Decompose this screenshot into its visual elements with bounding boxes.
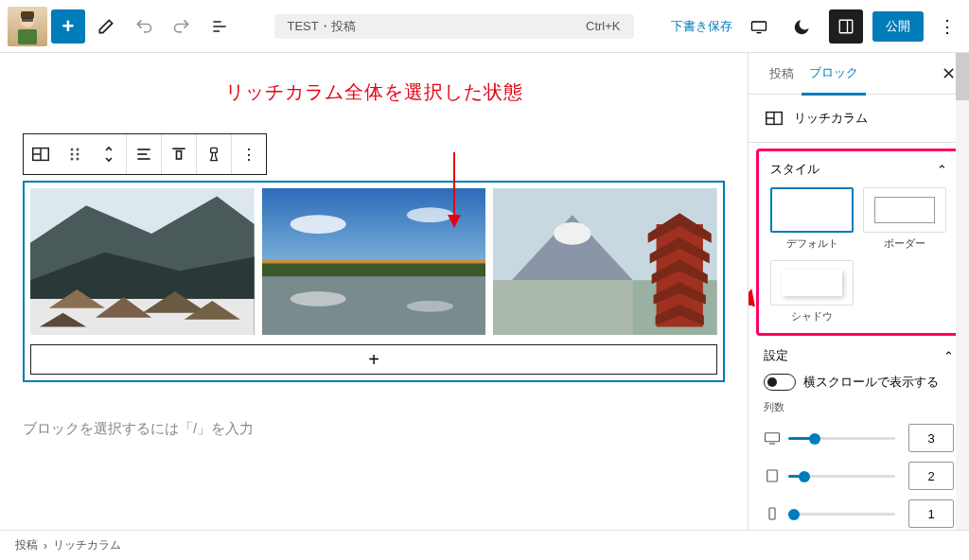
svg-rect-5 (839, 20, 853, 33)
style-label: ボーダー (863, 236, 946, 251)
svg-rect-59 (769, 508, 775, 519)
redo-icon[interactable] (165, 9, 199, 44)
column-image-3[interactable] (493, 188, 717, 335)
valign-top-icon[interactable] (162, 134, 196, 174)
svg-point-15 (77, 153, 79, 156)
svg-point-17 (77, 158, 79, 161)
chevron-up-icon: ⌃ (937, 163, 947, 177)
column-image-2[interactable] (262, 188, 486, 335)
dark-icon[interactable] (785, 9, 819, 44)
tab-post[interactable]: 投稿 (762, 54, 802, 94)
svg-point-44 (554, 222, 590, 245)
page-title: TEST・投稿 (288, 18, 356, 35)
style-label: デフォルト (770, 236, 854, 251)
style-label: シャドウ (770, 309, 854, 324)
move-icon[interactable] (92, 134, 126, 174)
sidebar-toggle-icon[interactable] (829, 9, 863, 44)
scroll-toggle[interactable] (764, 374, 796, 391)
save-draft-button[interactable]: 下書き保存 (671, 18, 732, 35)
svg-rect-4 (752, 22, 766, 30)
breadcrumb-item[interactable]: 投稿 (15, 537, 38, 553)
svg-point-34 (290, 215, 345, 234)
svg-point-12 (71, 149, 74, 151)
block-placeholder[interactable]: ブロックを選択するには「/」を入力 (23, 420, 725, 438)
drag-handle-icon[interactable] (58, 134, 92, 174)
block-type-icon (764, 108, 784, 129)
desktop-icon (764, 431, 781, 445)
breadcrumb: 投稿 › リッチカラム (0, 530, 969, 560)
tablet-value[interactable]: 2 (908, 462, 954, 490)
cols-label: 列数 (764, 400, 954, 414)
mobile-icon (764, 507, 781, 520)
svg-point-40 (290, 291, 345, 306)
svg-point-14 (71, 153, 74, 156)
svg-rect-58 (767, 470, 778, 481)
svg-rect-37 (262, 263, 486, 278)
style-default[interactable] (770, 187, 854, 233)
outline-icon[interactable] (203, 9, 237, 44)
mobile-slider[interactable] (788, 513, 895, 516)
settings-panel-head[interactable]: 設定 ⌃ (764, 347, 954, 364)
desktop-value[interactable]: 3 (908, 424, 954, 452)
annotation-text: リッチカラム全体を選択した状態 (23, 79, 725, 105)
block-name: リッチカラム (794, 110, 868, 127)
svg-point-35 (407, 207, 453, 222)
tablet-slider[interactable] (788, 475, 895, 478)
svg-rect-57 (766, 433, 780, 442)
tablet-icon (764, 469, 781, 482)
more-menu-icon[interactable]: ⋮ (933, 16, 961, 37)
svg-rect-22 (177, 151, 182, 159)
style-panel-head[interactable]: スタイル ⌃ (770, 159, 947, 178)
tab-block[interactable]: ブロック (802, 53, 866, 96)
svg-rect-23 (211, 148, 218, 152)
title-bar[interactable]: TEST・投稿 Ctrl+K (274, 14, 634, 39)
chevron-right-icon: › (44, 539, 47, 552)
block-more-icon[interactable]: ⋮ (232, 134, 266, 174)
add-inner-block-button[interactable]: + (30, 344, 717, 375)
shortcut-hint: Ctrl+K (586, 19, 620, 33)
undo-icon[interactable] (127, 9, 161, 44)
style-border[interactable] (863, 187, 946, 233)
svg-point-16 (71, 158, 74, 161)
style-title: スタイル (770, 161, 819, 178)
settings-title: 設定 (764, 347, 788, 364)
avatar[interactable] (8, 7, 47, 46)
block-toolbar: ⋮ (23, 133, 267, 175)
publish-button[interactable]: 公開 (872, 11, 924, 42)
svg-rect-46 (493, 280, 633, 335)
add-block-button[interactable]: + (51, 9, 85, 44)
edit-icon[interactable] (89, 9, 123, 44)
align-icon[interactable] (127, 134, 161, 174)
scrollbar[interactable] (956, 53, 969, 530)
style-brush-icon[interactable] (197, 134, 231, 174)
breadcrumb-item[interactable]: リッチカラム (53, 537, 121, 553)
column-image-1[interactable] (30, 188, 255, 335)
svg-point-41 (407, 301, 453, 312)
style-panel-highlight: スタイル ⌃ デフォルト ボーダー シャドウ (756, 149, 961, 336)
svg-rect-3 (18, 29, 37, 44)
svg-point-13 (77, 149, 79, 151)
chevron-up-icon: ⌃ (943, 349, 954, 363)
svg-rect-1 (21, 11, 34, 19)
scroll-label: 横スクロールで表示する (803, 374, 939, 391)
mobile-value[interactable]: 1 (908, 499, 954, 528)
close-icon[interactable]: ✕ (942, 63, 956, 84)
style-shadow[interactable] (770, 260, 854, 306)
rich-columns-block[interactable]: + (23, 181, 725, 382)
preview-icon[interactable] (742, 9, 776, 44)
desktop-slider[interactable] (788, 437, 895, 440)
block-type-icon[interactable] (24, 134, 58, 174)
svg-rect-2 (22, 18, 33, 22)
